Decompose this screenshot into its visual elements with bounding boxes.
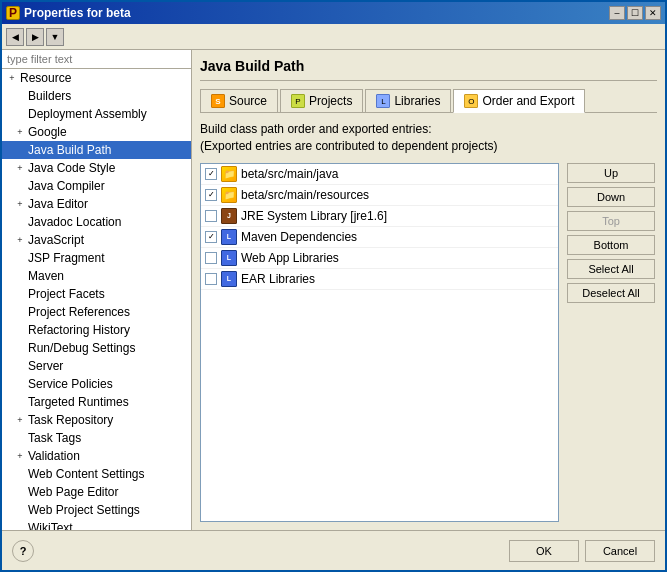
tab-label: Source — [229, 94, 267, 108]
spacer-icon — [14, 324, 26, 336]
spacer-icon — [14, 270, 26, 282]
filter-input[interactable] — [2, 50, 191, 69]
tab-label: Libraries — [394, 94, 440, 108]
sidebar-item-deployment[interactable]: Deployment Assembly — [2, 105, 191, 123]
deselect-all-button[interactable]: Deselect All — [567, 283, 655, 303]
sidebar-item-label: JSP Fragment — [28, 251, 104, 265]
checkbox[interactable]: ✓ — [205, 189, 217, 201]
select-all-button[interactable]: Select All — [567, 259, 655, 279]
up-button[interactable]: Up — [567, 163, 655, 183]
sidebar-item-label: Web Content Settings — [28, 467, 145, 481]
sidebar-item-label: Java Code Style — [28, 161, 115, 175]
checkbox[interactable] — [205, 273, 217, 285]
sidebar-item-web-project-settings[interactable]: Web Project Settings — [2, 501, 191, 519]
sidebar-item-java-editor[interactable]: +Java Editor — [2, 195, 191, 213]
tab-libraries[interactable]: LLibraries — [365, 89, 451, 112]
sidebar-item-label: Google — [28, 125, 67, 139]
sidebar-item-google[interactable]: +Google — [2, 123, 191, 141]
list-item-src-main-java[interactable]: ✓📁beta/src/main/java — [201, 164, 558, 185]
jar-icon: J — [221, 208, 237, 224]
list-item-label: beta/src/main/resources — [241, 188, 369, 202]
list-item-jre-system-library[interactable]: JJRE System Library [jre1.6] — [201, 206, 558, 227]
checkbox[interactable]: ✓ — [205, 168, 217, 180]
sidebar-item-run-debug-settings[interactable]: Run/Debug Settings — [2, 339, 191, 357]
checkbox[interactable]: ✓ — [205, 231, 217, 243]
spacer-icon — [14, 396, 26, 408]
minimize-button[interactable]: – — [609, 6, 625, 20]
tab-order-export[interactable]: OOrder and Export — [453, 89, 585, 113]
list-item-src-main-resources[interactable]: ✓📁beta/src/main/resources — [201, 185, 558, 206]
side-buttons: Up Down Top Bottom Select All Deselect A… — [567, 163, 657, 522]
title-bar: P Properties for beta – ☐ ✕ — [2, 2, 665, 24]
sidebar-item-task-tags[interactable]: Task Tags — [2, 429, 191, 447]
tab-projects[interactable]: PProjects — [280, 89, 363, 112]
down-button[interactable]: Down — [567, 187, 655, 207]
sidebar-item-label: JavaScript — [28, 233, 84, 247]
list-item-ear-libraries[interactable]: LEAR Libraries — [201, 269, 558, 290]
help-button[interactable]: ? — [12, 540, 34, 562]
sidebar-item-label: Javadoc Location — [28, 215, 121, 229]
maximize-button[interactable]: ☐ — [627, 6, 643, 20]
projects-tab-icon: P — [291, 94, 305, 108]
sidebar-item-web-page-editor[interactable]: Web Page Editor — [2, 483, 191, 501]
list-panel-area: ✓📁beta/src/main/java✓📁beta/src/main/reso… — [200, 163, 657, 522]
list-item-maven-dependencies[interactable]: ✓LMaven Dependencies — [201, 227, 558, 248]
spacer-icon — [14, 504, 26, 516]
sidebar-item-resource[interactable]: +Resource — [2, 69, 191, 87]
sidebar-item-java-compiler[interactable]: Java Compiler — [2, 177, 191, 195]
expand-icon: + — [14, 414, 26, 426]
checkbox[interactable] — [205, 252, 217, 264]
tab-source[interactable]: SSource — [200, 89, 278, 112]
list-item-web-app-libraries[interactable]: LWeb App Libraries — [201, 248, 558, 269]
expand-icon: + — [6, 72, 18, 84]
bottom-button[interactable]: Bottom — [567, 235, 655, 255]
sidebar-item-web-content-settings[interactable]: Web Content Settings — [2, 465, 191, 483]
sidebar-item-label: Java Build Path — [28, 143, 111, 157]
title-bar-text: P Properties for beta — [6, 6, 131, 20]
spacer-icon — [14, 90, 26, 102]
sidebar-item-label: Resource — [20, 71, 71, 85]
spacer-icon — [14, 180, 26, 192]
checkbox[interactable] — [205, 210, 217, 222]
sidebar-item-builders[interactable]: Builders — [2, 87, 191, 105]
spacer-icon — [14, 432, 26, 444]
sidebar-item-wikitext[interactable]: WikiText — [2, 519, 191, 530]
properties-window: P Properties for beta – ☐ ✕ ◀ ▶ ▼ +Resou… — [0, 0, 667, 572]
dropdown-button[interactable]: ▼ — [46, 28, 64, 46]
libraries-tab-icon: L — [376, 94, 390, 108]
sidebar-item-project-references[interactable]: Project References — [2, 303, 191, 321]
list-item-label: beta/src/main/java — [241, 167, 338, 181]
sidebar-item-label: Run/Debug Settings — [28, 341, 135, 355]
spacer-icon — [14, 216, 26, 228]
sidebar-item-server[interactable]: Server — [2, 357, 191, 375]
sidebar-item-maven[interactable]: Maven — [2, 267, 191, 285]
tabs-container: SSourcePProjectsLLibrariesOOrder and Exp… — [200, 89, 657, 113]
sidebar-item-javadoc-location[interactable]: Javadoc Location — [2, 213, 191, 231]
right-panel: Java Build Path SSourcePProjectsLLibrari… — [192, 50, 665, 530]
forward-button[interactable]: ▶ — [26, 28, 44, 46]
list-item-label: JRE System Library [jre1.6] — [241, 209, 387, 223]
close-button[interactable]: ✕ — [645, 6, 661, 20]
sidebar: +Resource Builders Deployment Assembly+G… — [2, 50, 192, 530]
sidebar-item-refactoring-history[interactable]: Refactoring History — [2, 321, 191, 339]
panel-title: Java Build Path — [200, 58, 657, 81]
expand-icon: + — [14, 234, 26, 246]
sidebar-item-javascript[interactable]: +JavaScript — [2, 231, 191, 249]
tab-label: Order and Export — [482, 94, 574, 108]
top-button[interactable]: Top — [567, 211, 655, 231]
sidebar-item-label: Project Facets — [28, 287, 105, 301]
sidebar-item-label: Task Tags — [28, 431, 81, 445]
sidebar-item-service-policies[interactable]: Service Policies — [2, 375, 191, 393]
sidebar-item-validation[interactable]: +Validation — [2, 447, 191, 465]
sidebar-item-targeted-runtimes[interactable]: Targeted Runtimes — [2, 393, 191, 411]
sidebar-item-jsp-fragment[interactable]: JSP Fragment — [2, 249, 191, 267]
sidebar-item-project-facets[interactable]: Project Facets — [2, 285, 191, 303]
ok-button[interactable]: OK — [509, 540, 579, 562]
sidebar-item-java-code-style[interactable]: +Java Code Style — [2, 159, 191, 177]
spacer-icon — [14, 342, 26, 354]
sidebar-item-task-repository[interactable]: +Task Repository — [2, 411, 191, 429]
expand-icon: + — [14, 450, 26, 462]
back-button[interactable]: ◀ — [6, 28, 24, 46]
cancel-button[interactable]: Cancel — [585, 540, 655, 562]
sidebar-item-java-build-path[interactable]: Java Build Path — [2, 141, 191, 159]
